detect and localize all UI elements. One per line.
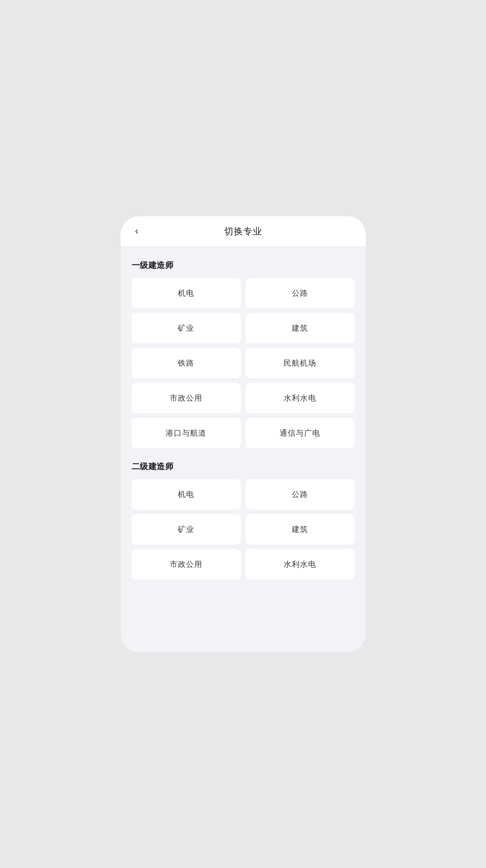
grid-item-level1-2[interactable]: 矿业: [132, 313, 241, 343]
grid-level2: 机电公路矿业建筑市政公用水利水电: [132, 479, 355, 580]
section-title-level1: 一级建造师: [132, 260, 355, 271]
grid-level1: 机电公路矿业建筑铁路民航机场市政公用水利水电港口与航道通信与广电: [132, 278, 355, 448]
grid-item-level1-9[interactable]: 通信与广电: [245, 418, 355, 448]
grid-item-level1-6[interactable]: 市政公用: [132, 383, 241, 413]
grid-item-level2-0[interactable]: 机电: [132, 479, 241, 510]
grid-item-level2-2[interactable]: 矿业: [132, 514, 241, 545]
grid-item-level1-7[interactable]: 水利水电: [245, 383, 355, 413]
grid-item-level2-5[interactable]: 水利水电: [245, 549, 355, 580]
section-level1: 一级建造师机电公路矿业建筑铁路民航机场市政公用水利水电港口与航道通信与广电: [132, 260, 355, 448]
content: 一级建造师机电公路矿业建筑铁路民航机场市政公用水利水电港口与航道通信与广电二级建…: [121, 260, 366, 580]
grid-item-level2-3[interactable]: 建筑: [245, 514, 355, 545]
section-title-level2: 二级建造师: [132, 461, 355, 472]
grid-item-level1-3[interactable]: 建筑: [245, 313, 355, 343]
grid-item-level1-0[interactable]: 机电: [132, 278, 241, 308]
header: ‹ 切换专业: [121, 216, 366, 247]
page-title: 切换专业: [224, 225, 262, 238]
grid-item-level1-8[interactable]: 港口与航道: [132, 418, 241, 448]
section-level2: 二级建造师机电公路矿业建筑市政公用水利水电: [132, 461, 355, 580]
grid-item-level2-1[interactable]: 公路: [245, 479, 355, 510]
grid-item-level1-5[interactable]: 民航机场: [245, 348, 355, 378]
grid-item-level1-4[interactable]: 铁路: [132, 348, 241, 378]
grid-item-level2-4[interactable]: 市政公用: [132, 549, 241, 580]
phone-container: ‹ 切换专业 一级建造师机电公路矿业建筑铁路民航机场市政公用水利水电港口与航道通…: [121, 216, 366, 652]
grid-item-level1-1[interactable]: 公路: [245, 278, 355, 308]
back-button[interactable]: ‹: [132, 223, 142, 239]
